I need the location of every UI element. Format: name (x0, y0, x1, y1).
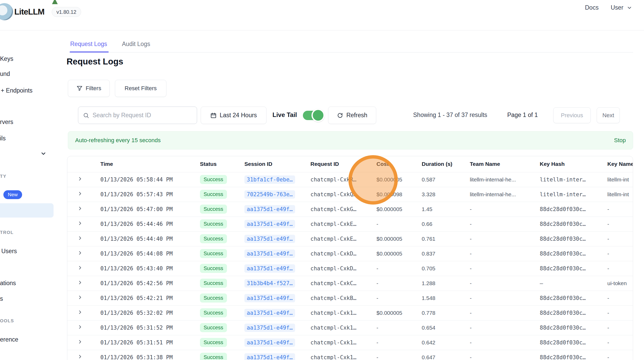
session-id-link[interactable]: 31b3b4b4-f527… (244, 279, 295, 287)
cell-key-name: - (607, 335, 633, 350)
session-id-link[interactable]: aa1375d1-e49f… (244, 309, 295, 317)
row-expander[interactable] (67, 246, 100, 261)
session-id-link[interactable]: aa1375d1-e49f… (244, 235, 295, 243)
table-row: 01/13/2026 05:42:56 PM Success 31b3b4b4-… (67, 276, 633, 291)
sidebar-item-guardrails[interactable]: ils (0, 135, 6, 142)
row-expander[interactable] (67, 261, 100, 276)
column-header-key-name: Key Name (607, 156, 633, 172)
row-expander[interactable] (67, 172, 100, 187)
request-logs-table: Time Status Session ID Request ID Cost D… (67, 156, 633, 360)
row-expander[interactable] (67, 231, 100, 246)
session-id-link[interactable]: aa1375d1-e49f… (244, 264, 295, 273)
previous-page-button[interactable]: Previous (553, 107, 591, 123)
refresh-button-label: Refresh (346, 112, 367, 119)
cell-team-name: - (470, 305, 540, 320)
sidebar-item-virtual-keys[interactable]: Keys (0, 55, 13, 62)
session-id-link[interactable]: aa1375d1-e49f… (244, 250, 295, 258)
cell-key-name: - (607, 202, 633, 217)
sidebar: Keys und + Endpoints rvers ils TY New TR… (0, 30, 54, 360)
row-expander[interactable] (67, 276, 100, 291)
cell-duration: 1.45 (422, 202, 470, 217)
cell-cost: $0.000005 (376, 231, 422, 246)
sidebar-item-teams[interactable]: s (0, 295, 3, 302)
cell-request-id: chatcmpl-CxkD… (310, 261, 376, 276)
tab-audit-logs[interactable]: Audit Logs (122, 41, 150, 48)
stop-auto-refresh-link[interactable]: Stop (614, 137, 626, 144)
auto-refresh-banner: Auto-refreshing every 15 seconds Stop (68, 131, 633, 149)
row-expander[interactable] (67, 350, 100, 360)
cell-status: Success (200, 172, 244, 187)
cell-duration: 0.642 (422, 335, 470, 350)
cell-duration: 0.837 (422, 246, 470, 261)
session-id-link[interactable]: aa1375d1-e49f… (244, 294, 295, 302)
reset-filters-button[interactable]: Reset Filters (115, 80, 166, 97)
cell-team-name: - (470, 291, 540, 305)
cell-team-name: - (470, 217, 540, 231)
nav-docs-link[interactable]: Docs (585, 4, 599, 11)
status-badge: Success (200, 308, 227, 317)
search-input[interactable] (93, 112, 192, 119)
cell-key-name: - (607, 231, 633, 246)
row-expander[interactable] (67, 187, 100, 202)
cell-time: 01/13/2026 05:57:43 PM (100, 187, 200, 202)
tab-request-logs[interactable]: Request Logs (70, 41, 107, 48)
cell-cost: $0.000005 (376, 305, 422, 320)
time-range-button[interactable]: Last 24 Hours (201, 107, 266, 124)
sidebar-section-access-control: TROL (0, 230, 14, 235)
session-id-link[interactable]: 7022549b-763e… (244, 190, 295, 199)
cell-time: 01/13/2026 05:43:40 PM (100, 261, 200, 276)
status-badge: Success (200, 279, 227, 288)
search-box (78, 107, 197, 124)
row-expander[interactable] (67, 217, 100, 231)
cell-team-name: - (470, 202, 540, 217)
sidebar-item-mcp-servers[interactable]: rvers (0, 119, 13, 126)
chevron-right-icon (77, 250, 83, 256)
session-id-link[interactable]: aa1375d1-e49f… (244, 324, 295, 332)
nav-user-menu[interactable]: User (611, 4, 632, 11)
filters-button[interactable]: Filters (68, 80, 110, 97)
cell-duration: 0.654 (422, 320, 470, 335)
next-page-button[interactable]: Next (597, 107, 620, 123)
status-badge: Success (200, 205, 227, 214)
cell-request-id: chatcmpl-Cxk1… (310, 335, 376, 350)
session-id-link[interactable]: 31bfa1cf-0ebe… (244, 175, 295, 184)
cell-team-name: - (470, 276, 540, 291)
refresh-button[interactable]: Refresh (328, 107, 376, 124)
row-expander[interactable] (67, 202, 100, 217)
row-expander[interactable] (67, 291, 100, 305)
sidebar-collapse-chevron-icon[interactable] (40, 150, 47, 157)
cell-key-name: litellm-int (607, 187, 633, 202)
cell-status: Success (200, 350, 244, 360)
chevron-right-icon (77, 354, 83, 359)
cell-status: Success (200, 291, 244, 305)
row-expander[interactable] (67, 335, 100, 350)
cell-duration: 1.548 (422, 291, 470, 305)
cell-key-hash: 88dc28d0f030c… (540, 350, 607, 360)
row-expander[interactable] (67, 320, 100, 335)
tree-decoration-icon (52, 0, 58, 4)
live-tail-label: Live Tail (272, 111, 297, 119)
table-row: 01/13/2026 05:32:02 PM Success aa1375d1-… (67, 305, 633, 320)
sidebar-item-playground[interactable]: und (0, 70, 10, 77)
table-row: 01/13/2026 05:31:52 PM Success aa1375d1-… (67, 320, 633, 335)
status-badge: Success (200, 323, 227, 332)
live-tail-toggle[interactable] (303, 111, 323, 120)
session-id-link[interactable]: aa1375d1-e49f… (244, 353, 295, 360)
reset-filters-label: Reset Filters (125, 85, 157, 92)
cell-status: Success (200, 231, 244, 246)
session-id-link[interactable]: aa1375d1-e49f… (244, 205, 295, 213)
session-id-link[interactable]: aa1375d1-e49f… (244, 338, 295, 347)
sidebar-item-api-reference[interactable]: erence (0, 336, 18, 343)
sidebar-item-logs-selected[interactable] (0, 203, 54, 218)
session-id-link[interactable]: aa1375d1-e49f… (244, 220, 295, 228)
sidebar-item-internal-users[interactable]: Users (1, 248, 17, 255)
cell-key-hash: 88dc28d0f030c… (540, 261, 607, 276)
sidebar-item-models-endpoints[interactable]: + Endpoints (1, 87, 32, 94)
sidebar-section-tools: OOLS (0, 318, 14, 324)
litellm-app: LiteLLM v1.80.12 Docs User Keys und + En… (0, 0, 644, 360)
sidebar-item-organizations[interactable]: ations (0, 280, 16, 287)
row-expander[interactable] (67, 305, 100, 320)
sidebar-section-observability: TY (0, 174, 6, 179)
cell-request-id: chatcmpl-CxkB… (310, 291, 376, 305)
chevron-right-icon (77, 324, 83, 330)
